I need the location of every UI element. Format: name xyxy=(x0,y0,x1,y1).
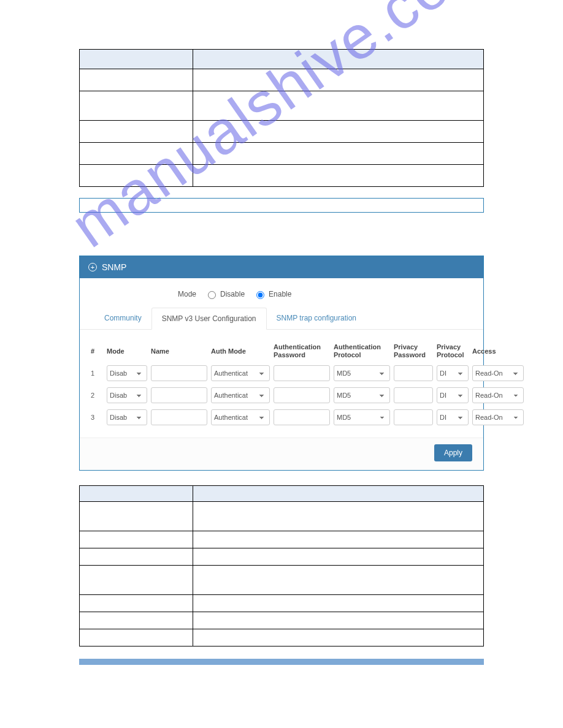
mode-label: Mode xyxy=(178,290,196,298)
radio-disable-label: Disable xyxy=(220,290,245,298)
auth-protocol-select[interactable]: MD5 xyxy=(334,409,390,425)
auth-mode-select[interactable]: Authenticat xyxy=(211,365,270,381)
name-input[interactable] xyxy=(151,409,207,425)
priv-password-input[interactable] xyxy=(394,409,433,425)
plus-icon: + xyxy=(88,263,97,271)
panel-header: + SNMP xyxy=(80,256,483,278)
col-priv-password: Privacy Password xyxy=(394,343,433,359)
radio-disable-input[interactable] xyxy=(208,291,216,299)
panel-footer: Apply xyxy=(80,438,483,470)
radio-enable[interactable]: Enable xyxy=(253,289,291,299)
user-grid: # Mode Name Auth Mode Authentication Pas… xyxy=(80,330,483,438)
auth-password-input[interactable] xyxy=(274,387,330,403)
snmp-panel: + SNMP Mode Disable Enable Community SNM… xyxy=(79,256,484,471)
grid-header: # Mode Name Auth Mode Authentication Pas… xyxy=(91,343,472,359)
tab-snmp-trap[interactable]: SNMP trap configuration xyxy=(267,308,367,329)
separator-box xyxy=(79,198,484,213)
access-select[interactable]: Read-On xyxy=(472,387,524,403)
col-auth-mode: Auth Mode xyxy=(211,347,270,355)
priv-password-input[interactable] xyxy=(394,387,433,403)
row-num: 2 xyxy=(91,392,103,399)
col-mode: Mode xyxy=(107,347,147,355)
col-name: Name xyxy=(151,347,207,355)
auth-password-input[interactable] xyxy=(274,365,330,381)
mode-select[interactable]: Disab xyxy=(107,387,147,403)
radio-enable-input[interactable] xyxy=(256,291,264,299)
priv-protocol-select[interactable]: DI xyxy=(437,365,469,381)
radio-disable[interactable]: Disable xyxy=(205,289,245,299)
mode-select[interactable]: Disab xyxy=(107,409,147,425)
col-priv-protocol: Privacy Protocol xyxy=(437,343,469,359)
priv-protocol-select[interactable]: DI xyxy=(437,409,469,425)
tab-bar: Community SNMP v3 User Configuration SNM… xyxy=(80,308,483,330)
row-num: 3 xyxy=(91,414,103,421)
priv-protocol-select[interactable]: DI xyxy=(437,387,469,403)
priv-password-input[interactable] xyxy=(394,365,433,381)
mode-select[interactable]: Disab xyxy=(107,365,147,381)
tab-snmp-v3-user[interactable]: SNMP v3 User Configuration xyxy=(151,308,267,330)
auth-mode-select[interactable]: Authenticat xyxy=(211,409,270,425)
row-num: 1 xyxy=(91,370,103,377)
col-access: Access xyxy=(472,347,524,355)
table-row: 3 Disab Authenticat MD5 DI Read-On xyxy=(91,409,472,425)
name-input[interactable] xyxy=(151,365,207,381)
access-select[interactable]: Read-On xyxy=(472,409,524,425)
table-row: 2 Disab Authenticat MD5 DI Read-On xyxy=(91,387,472,403)
doc-table-top xyxy=(79,49,484,187)
footer-bar xyxy=(79,659,484,665)
col-auth-password: Authentication Password xyxy=(274,343,330,359)
table-row: 1 Disab Authenticat MD5 DI Read-On xyxy=(91,365,472,381)
auth-password-input[interactable] xyxy=(274,409,330,425)
col-auth-protocol: Authentication Protocol xyxy=(334,343,390,359)
mode-row: Mode Disable Enable xyxy=(80,289,483,308)
col-num: # xyxy=(91,347,103,355)
auth-protocol-select[interactable]: MD5 xyxy=(334,365,390,381)
tab-community[interactable]: Community xyxy=(94,308,151,329)
access-select[interactable]: Read-On xyxy=(472,365,524,381)
doc-table-bottom xyxy=(79,485,484,646)
name-input[interactable] xyxy=(151,387,207,403)
radio-enable-label: Enable xyxy=(269,290,291,298)
auth-protocol-select[interactable]: MD5 xyxy=(334,387,390,403)
auth-mode-select[interactable]: Authenticat xyxy=(211,387,270,403)
apply-button[interactable]: Apply xyxy=(434,444,472,461)
panel-title: SNMP xyxy=(102,262,126,272)
